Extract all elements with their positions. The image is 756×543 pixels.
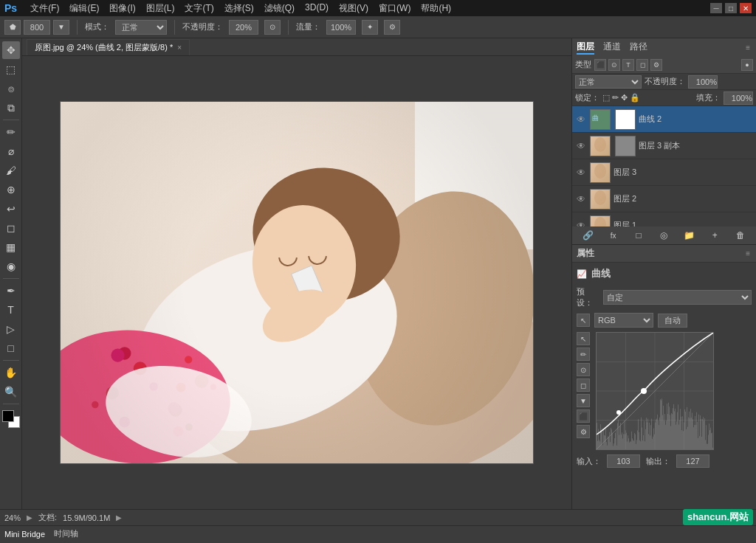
document-tab[interactable]: 原图.jpg @ 24% (曲线 2, 图层蒙版/8) * × [27,39,190,55]
tab-timeline[interactable]: 时间轴 [54,528,78,539]
curves-tool-1[interactable]: ↖ [577,332,590,345]
lock-transparent[interactable]: ⬚ [602,93,610,103]
layer-visibility-toggle[interactable]: 👁 [575,140,587,152]
zoom-tool[interactable]: 🔍 [2,383,20,401]
path-selection[interactable]: ▷ [2,320,20,338]
hand-tool[interactable]: ✋ [2,364,20,381]
curves-tool-6[interactable]: ⬛ [577,409,590,423]
lock-all[interactable]: 🔒 [630,93,640,103]
new-layer-btn[interactable]: + [707,229,722,242]
brush-tool[interactable]: 🖌 [2,162,20,179]
curves-graph[interactable] [596,332,714,450]
brush-size-input[interactable] [24,20,50,35]
curves-tool-7[interactable]: ⚙ [577,425,590,438]
canvas-wrapper[interactable] [22,56,571,509]
layer-thumbnail [590,215,611,227]
tab-layers[interactable]: 图层 [577,41,594,55]
smoothing-btn[interactable]: ⚙ [384,20,400,35]
menu-edit[interactable]: 编辑(E) [65,1,103,16]
status-arrow2[interactable]: ▶ [116,513,122,522]
tab-channels[interactable]: 通道 [603,41,621,55]
layer-visibility-toggle[interactable]: 👁 [575,220,587,227]
status-arrow[interactable]: ▶ [27,513,32,522]
blend-mode-select[interactable]: 正常 [115,20,167,35]
fill-input[interactable] [724,91,753,105]
layer-item[interactable]: 👁 图层 2 [572,186,756,212]
curves-pointer-tool[interactable]: ↖ [577,314,590,327]
layer-blend-mode[interactable]: 正常 [575,75,642,89]
tab-paths[interactable]: 路径 [630,41,647,55]
add-mask-btn[interactable]: □ [631,229,646,242]
menu-image[interactable]: 图像(I) [105,1,140,16]
output-value[interactable] [676,454,709,468]
crop-tool[interactable]: ⧉ [2,99,20,117]
filter-shape[interactable]: ◻ [636,59,648,71]
brush-type-btn[interactable]: ⬟ [4,20,21,35]
lock-position[interactable]: ✥ [621,93,628,103]
selection-tool[interactable]: ⬚ [2,60,20,78]
input-value[interactable] [607,454,640,468]
lasso-tool[interactable]: ⌾ [2,80,20,97]
new-adjustment-btn[interactable]: ◎ [656,229,671,242]
layer-visibility-toggle[interactable]: 👁 [575,193,587,205]
history-brush[interactable]: ↩ [2,200,20,218]
blur-tool[interactable]: ◉ [2,257,20,275]
menu-file[interactable]: 文件(F) [26,1,63,16]
layer-mask-thumbnail [615,136,636,156]
menu-select[interactable]: 选择(S) [220,1,258,16]
add-layer-style-btn[interactable]: fx [606,229,621,242]
move-tool[interactable]: ✥ [2,41,20,59]
flow-input[interactable] [326,20,356,35]
menu-filter[interactable]: 滤镜(Q) [260,1,299,16]
filter-type[interactable]: T [622,59,634,71]
foreground-color[interactable] [2,410,14,422]
new-group-btn[interactable]: 📁 [682,229,697,242]
menu-layer[interactable]: 图层(L) [142,1,179,16]
layers-panel-options[interactable]: ≡ [744,42,752,53]
layer-item[interactable]: 👁 图层 3 [572,159,756,186]
auto-button[interactable]: 自动 [658,314,687,328]
channel-select[interactable]: RGB [594,313,653,328]
pressure-opacity-btn[interactable]: ⊙ [264,20,281,35]
menu-view[interactable]: 视图(V) [334,1,373,16]
link-layers-btn[interactable]: 🔗 [580,229,595,242]
eraser-tool[interactable]: ◻ [2,219,20,237]
curves-tool-4[interactable]: ◻ [577,378,590,392]
layer-visibility-toggle[interactable]: 👁 [575,167,587,179]
preset-select[interactable]: 自定 [603,290,752,305]
close-button[interactable]: ✕ [740,3,752,13]
layer-item[interactable]: 👁 图层 3 副本 [572,133,756,159]
tab-mini-bridge[interactable]: Mini Bridge [4,530,45,539]
curves-tool-5[interactable]: ▼ [577,394,590,407]
menu-3d[interactable]: 3D(D) [300,1,333,16]
gradient-tool[interactable]: ▦ [2,238,20,256]
filter-toggle[interactable]: ● [741,59,753,71]
opacity-input[interactable] [229,20,258,35]
eyedropper-tool[interactable]: ✏ [2,123,20,141]
tab-close-btn[interactable]: × [177,44,182,52]
curves-tool-3[interactable]: ⊙ [577,363,590,376]
lock-pixels[interactable]: ✏ [612,93,619,103]
brush-settings-btn[interactable]: ▼ [53,20,69,35]
text-tool[interactable]: T [2,301,20,319]
delete-layer-btn[interactable]: 🗑 [733,229,748,242]
pen-tool[interactable]: ✒ [2,282,20,300]
properties-options[interactable]: ≡ [744,248,752,259]
layer-visibility-toggle[interactable]: 👁 [575,114,587,125]
filter-pixel[interactable]: ⬛ [594,59,606,71]
maximize-button[interactable]: □ [725,3,737,13]
layer-item[interactable]: 👁 曲 曲线 2 [572,106,756,133]
layer-item[interactable]: 👁 图层 1 [572,212,756,226]
layer-opacity-input[interactable] [688,75,718,89]
airbrush-btn[interactable]: ✦ [362,20,378,35]
clone-tool[interactable]: ⊕ [2,181,20,198]
menu-text[interactable]: 文字(T) [180,1,218,16]
shape-tool[interactable]: □ [2,339,20,357]
menu-window[interactable]: 窗口(W) [374,1,415,16]
menu-help[interactable]: 帮助(H) [416,1,456,16]
minimize-button[interactable]: ─ [710,3,722,13]
healing-tool[interactable]: ⌀ [2,142,20,160]
curves-tool-2[interactable]: ✏ [577,347,590,361]
filter-smart[interactable]: ⚙ [650,59,662,71]
filter-adjustment[interactable]: ⊙ [608,59,620,71]
